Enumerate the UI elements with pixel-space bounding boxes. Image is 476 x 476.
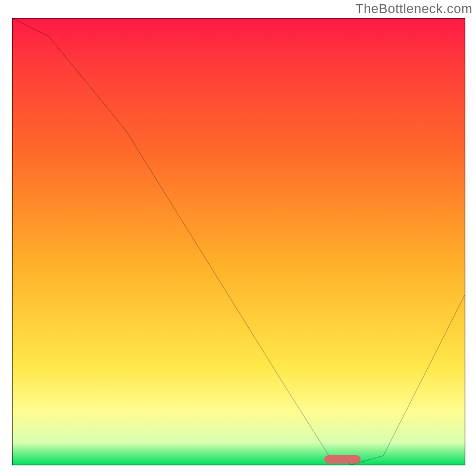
optimal-marker — [324, 455, 361, 464]
bottleneck-curve — [12, 18, 465, 465]
chart-frame: TheBottleneck.com — [0, 0, 476, 476]
watermark-text: TheBottleneck.com — [355, 1, 472, 17]
plot-area — [12, 18, 465, 465]
